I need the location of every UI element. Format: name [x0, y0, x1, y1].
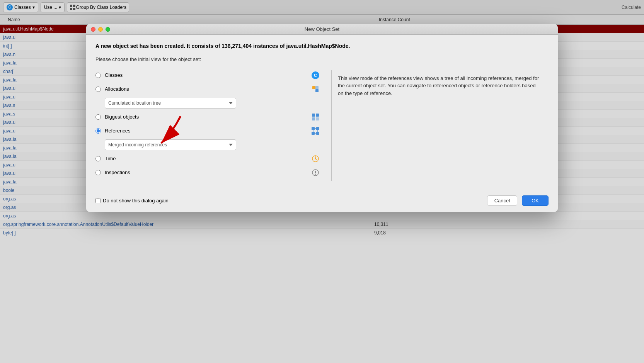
option-biggest-row: Biggest objects — [95, 112, 320, 122]
svg-rect-13 — [312, 132, 315, 135]
allocations-radio[interactable] — [95, 87, 101, 92]
do-not-show-row: Do not show this dialog again — [95, 198, 169, 204]
window-controls — [91, 27, 110, 32]
biggest-option-label[interactable]: Biggest objects — [105, 114, 307, 120]
do-not-show-label[interactable]: Do not show this dialog again — [103, 198, 169, 204]
info-panel: This view mode of the references view sh… — [331, 70, 549, 181]
dialog-titlebar: New Object Set — [86, 24, 558, 35]
svg-rect-9 — [312, 117, 315, 120]
svg-rect-8 — [316, 114, 319, 117]
references-dropdown[interactable]: Merged incoming references Incoming refe… — [105, 139, 236, 150]
inspections-option-icon — [311, 168, 320, 177]
time-option-label[interactable]: Time — [105, 156, 307, 161]
biggest-option-icon — [311, 113, 320, 121]
option-inspections-row: Inspections — [95, 167, 320, 178]
classes-option-label[interactable]: Classes — [105, 72, 307, 78]
svg-rect-6 — [315, 86, 319, 89]
close-button[interactable] — [91, 27, 95, 32]
dialog-content: Classes C Allocations — [95, 70, 549, 181]
svg-point-26 — [315, 173, 316, 175]
biggest-radio[interactable] — [95, 114, 101, 120]
svg-rect-7 — [312, 114, 315, 117]
references-option-label[interactable]: References — [105, 128, 307, 134]
dialog-footer: Do not show this dialog again Cancel OK — [86, 189, 558, 212]
allocations-option-icon — [311, 85, 320, 93]
references-option-icon — [311, 127, 320, 135]
references-dropdown-row: Merged incoming references Incoming refe… — [95, 139, 320, 150]
classes-radio[interactable] — [95, 73, 101, 78]
info-text: This view mode of the references view sh… — [338, 75, 542, 97]
svg-rect-5 — [315, 89, 319, 92]
options-panel: Classes C Allocations — [95, 70, 320, 181]
cancel-button[interactable]: Cancel — [487, 195, 517, 206]
allocations-dropdown[interactable]: Cumulated allocation tree Allocation tre… — [105, 98, 236, 109]
time-option-icon — [311, 154, 320, 163]
classes-option-icon: C — [311, 71, 320, 80]
option-classes-row: Classes C — [95, 70, 320, 81]
option-references-row: References — [95, 126, 320, 136]
dialog-heading: A new object set has been created. It co… — [95, 42, 549, 50]
dialog-body: A new object set has been created. It co… — [86, 35, 558, 189]
minimize-button[interactable] — [98, 27, 103, 32]
dialog-subtext: Please choose the initial view for the o… — [95, 56, 549, 62]
modal-overlay: New Object Set A new object set has been… — [0, 0, 644, 363]
svg-rect-14 — [316, 132, 319, 135]
references-radio[interactable] — [95, 128, 101, 134]
do-not-show-checkbox[interactable] — [95, 198, 101, 203]
allocations-dropdown-row: Cumulated allocation tree Allocation tre… — [105, 98, 320, 109]
maximize-button[interactable] — [106, 27, 110, 32]
time-radio[interactable] — [95, 156, 101, 161]
ok-button[interactable]: OK — [522, 195, 549, 206]
svg-rect-11 — [312, 127, 315, 130]
allocations-option-label[interactable]: Allocations — [105, 86, 307, 92]
svg-rect-12 — [316, 127, 319, 130]
dialog-title: New Object Set — [305, 26, 339, 32]
inspections-option-label[interactable]: Inspections — [105, 170, 307, 175]
svg-rect-4 — [312, 86, 315, 89]
svg-point-23 — [315, 158, 316, 159]
svg-rect-10 — [316, 117, 319, 120]
inspections-radio[interactable] — [95, 170, 101, 175]
option-time-row: Time — [95, 153, 320, 164]
option-allocations-row: Allocations — [95, 84, 320, 95]
new-object-set-dialog: New Object Set A new object set has been… — [86, 24, 558, 212]
